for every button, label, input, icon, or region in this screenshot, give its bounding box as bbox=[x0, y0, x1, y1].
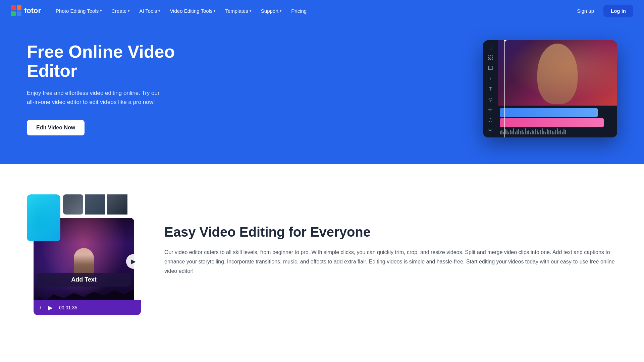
nav-items: Photo Editing Tools ▾ Create ▾ AI Tools … bbox=[52, 5, 572, 16]
nav-item-photo-editing[interactable]: Photo Editing Tools ▾ bbox=[52, 5, 106, 16]
tool-image-icon[interactable]: 🖼 bbox=[486, 54, 495, 62]
nav-item-templates[interactable]: Templates ▾ bbox=[221, 5, 255, 16]
play-button[interactable]: ▶ bbox=[126, 254, 141, 269]
audio-bar bbox=[557, 128, 558, 134]
audio-bar bbox=[565, 130, 566, 134]
audio-bar bbox=[508, 132, 509, 134]
audio-bar bbox=[517, 130, 518, 134]
audio-bar bbox=[501, 130, 502, 134]
audio-bar bbox=[555, 130, 556, 134]
audio-bar bbox=[522, 130, 523, 134]
nav-item-create[interactable]: Create ▾ bbox=[107, 5, 134, 16]
audio-bar bbox=[553, 132, 554, 134]
chevron-down-icon: ▾ bbox=[100, 9, 102, 13]
audio-bar bbox=[520, 131, 521, 134]
audio-bar bbox=[552, 131, 553, 134]
nav-item-pricing[interactable]: Pricing bbox=[287, 5, 311, 16]
audio-bar bbox=[564, 129, 565, 134]
audio-bar bbox=[527, 131, 528, 134]
tool-brush-icon[interactable]: ✏ bbox=[486, 106, 495, 113]
tool-sticker-icon[interactable]: ◎ bbox=[486, 95, 495, 103]
audio-bar bbox=[545, 132, 546, 134]
photo-main-thumb bbox=[27, 194, 60, 241]
section2-description: Our video editor caters to all skill lev… bbox=[164, 248, 617, 276]
audio-bar bbox=[548, 130, 549, 134]
audio-bar bbox=[515, 132, 516, 134]
audio-bar bbox=[543, 131, 544, 134]
phone-inner: ▶ Add Text ♪ ▶ 00:01:35 bbox=[27, 191, 141, 315]
audio-bar bbox=[523, 132, 524, 134]
audio-bar bbox=[560, 130, 561, 134]
video-mockup-left: ▶ Add Text ♪ ▶ 00:01:35 bbox=[27, 191, 144, 318]
chevron-down-icon: ▾ bbox=[280, 9, 282, 13]
chevron-down-icon: ▾ bbox=[128, 9, 130, 13]
audio-bar bbox=[510, 130, 511, 134]
logo-sq-green bbox=[11, 11, 16, 16]
play-pause-button[interactable]: ▶ bbox=[46, 303, 55, 312]
logo-text: fotor bbox=[24, 6, 41, 15]
hero-right: ⬚ 🖼 🎞 ♪ T ◎ ✏ ⬡ ✂ bbox=[188, 40, 617, 137]
audio-bar bbox=[540, 130, 541, 134]
video-preview bbox=[498, 40, 617, 106]
audio-bar bbox=[530, 132, 531, 134]
editor-main-area bbox=[498, 40, 617, 137]
timeline-playhead[interactable] bbox=[504, 40, 505, 137]
logo-sq-blue bbox=[17, 11, 22, 16]
audio-bar bbox=[533, 131, 534, 134]
tool-text-icon[interactable]: T bbox=[486, 85, 495, 93]
section2: ▶ Add Text ♪ ▶ 00:01:35 Easy Video Editi… bbox=[0, 164, 644, 345]
section2-text: Easy Video Editing for Everyone Our vide… bbox=[164, 224, 617, 285]
audio-bar bbox=[550, 130, 551, 134]
section2-title: Easy Video Editing for Everyone bbox=[164, 224, 617, 240]
audio-bar bbox=[506, 130, 507, 134]
photo-thumb-2 bbox=[85, 194, 105, 215]
edit-video-button[interactable]: Edit Video Now bbox=[27, 120, 85, 135]
nav-actions: Sign up Log in bbox=[572, 5, 633, 17]
photo-thumb-1 bbox=[63, 194, 83, 215]
audio-bar bbox=[500, 131, 501, 134]
chevron-down-icon: ▾ bbox=[250, 9, 252, 13]
video-track-1[interactable] bbox=[500, 108, 598, 117]
logo-link[interactable]: fotor bbox=[11, 5, 41, 16]
add-text-label: Add Text bbox=[71, 276, 97, 283]
tool-filter-icon[interactable]: ⬡ bbox=[486, 116, 495, 124]
logo-icon bbox=[11, 5, 21, 16]
nav-item-ai-tools[interactable]: AI Tools ▾ bbox=[135, 5, 164, 16]
nav-item-video-editing[interactable]: Video Editing Tools ▾ bbox=[166, 5, 220, 16]
audio-bar bbox=[513, 128, 514, 134]
nav-item-support[interactable]: Support ▾ bbox=[257, 5, 286, 16]
audio-bar bbox=[518, 129, 519, 134]
navbar: fotor Photo Editing Tools ▾ Create ▾ AI … bbox=[0, 0, 644, 21]
tool-music-icon[interactable]: ♪ bbox=[486, 75, 495, 82]
editor-toolbar: ⬚ 🖼 🎞 ♪ T ◎ ✏ ⬡ ✂ bbox=[483, 40, 498, 137]
audio-bar bbox=[537, 130, 538, 134]
audio-bar bbox=[562, 132, 563, 134]
hero-description: Enjoy free and effortless video editing … bbox=[27, 88, 168, 107]
logo-sq-orange bbox=[17, 5, 22, 10]
photo-strip bbox=[63, 194, 127, 215]
tool-film-icon[interactable]: 🎞 bbox=[486, 64, 495, 72]
photo-thumb-3 bbox=[107, 194, 127, 215]
tool-crop-icon[interactable]: ✂ bbox=[486, 126, 495, 134]
video-track-2[interactable] bbox=[500, 118, 604, 127]
audio-bar bbox=[538, 132, 539, 134]
music-icon: ♪ bbox=[39, 305, 42, 311]
timeline-area[interactable] bbox=[498, 106, 617, 137]
audio-bar bbox=[528, 130, 529, 134]
audio-track[interactable] bbox=[500, 128, 615, 135]
logo-sq-red bbox=[11, 5, 16, 10]
hero-section: Free Online Video Editor Enjoy free and … bbox=[0, 0, 644, 164]
editor-mockup: ⬚ 🖼 🎞 ♪ T ◎ ✏ ⬡ ✂ bbox=[483, 40, 617, 137]
audio-bar bbox=[532, 130, 533, 134]
add-text-overlay: Add Text bbox=[37, 273, 131, 287]
chevron-down-icon: ▾ bbox=[214, 9, 216, 13]
face-silhouette bbox=[537, 44, 578, 104]
signup-button[interactable]: Sign up bbox=[572, 5, 599, 16]
chevron-down-icon: ▾ bbox=[158, 9, 160, 13]
audio-bar bbox=[558, 131, 559, 134]
audio-bar bbox=[547, 129, 548, 134]
login-button[interactable]: Log in bbox=[603, 5, 633, 17]
hero-left: Free Online Video Editor Enjoy free and … bbox=[27, 42, 188, 136]
tool-export-icon[interactable]: ⬚ bbox=[486, 44, 495, 51]
audio-bar bbox=[525, 128, 526, 134]
